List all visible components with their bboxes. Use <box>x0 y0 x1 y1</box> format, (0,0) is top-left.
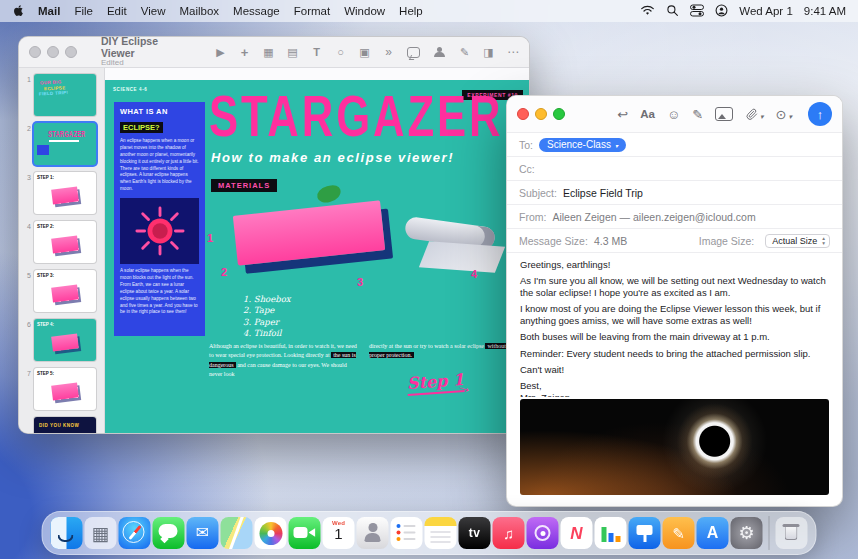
image-size-label: Image Size: <box>699 235 754 247</box>
text-button[interactable] <box>311 46 322 58</box>
podcasts-dock-icon[interactable] <box>527 517 559 549</box>
message-body[interactable]: Greetings, earthlings! As I'm sure you a… <box>507 253 842 397</box>
thumbnail-did-you-know[interactable]: DID YOU KNOW <box>34 417 96 433</box>
menu-format[interactable]: Format <box>294 5 330 17</box>
select-chevrons-icon <box>822 236 825 244</box>
send-button[interactable] <box>808 102 832 126</box>
app-store-dock-icon[interactable] <box>697 517 729 549</box>
eclipse-attachment-image[interactable] <box>520 399 829 495</box>
mail-dock-icon[interactable] <box>187 517 219 549</box>
insert-menu-icon[interactable] <box>776 107 792 122</box>
menu-mailbox[interactable]: Mailbox <box>179 5 219 17</box>
cc-field[interactable]: Cc: <box>507 157 842 181</box>
menu-window[interactable]: Window <box>344 5 385 17</box>
toolbar-overflow-icon[interactable] <box>383 45 394 59</box>
maps-dock-icon[interactable] <box>221 517 253 549</box>
tv-dock-icon[interactable] <box>459 517 491 549</box>
safari-dock-icon[interactable] <box>119 517 151 549</box>
photo-browser-icon[interactable] <box>715 107 733 121</box>
menubar-clock[interactable]: 9:41 AM <box>804 5 846 17</box>
format-button[interactable] <box>459 46 470 59</box>
thumbnail-cover[interactable]: OUR BIG ECLIPSE FIELD TRIP! <box>34 74 96 116</box>
image-size-select[interactable]: Actual Size <box>765 234 830 248</box>
emoji-icon[interactable] <box>667 107 680 122</box>
menu-edit[interactable]: Edit <box>107 5 127 17</box>
subject-field[interactable]: Subject: Eclipse Field Trip <box>507 181 842 205</box>
facetime-dock-icon[interactable] <box>289 517 321 549</box>
markup-icon[interactable] <box>692 107 703 122</box>
page-thumbnail-4[interactable]: 4 STEP 2: <box>21 221 100 263</box>
add-page-button[interactable] <box>239 45 250 60</box>
menu-message[interactable]: Message <box>233 5 280 17</box>
menubar-date[interactable]: Wed Apr 1 <box>739 5 793 17</box>
chevron-down-icon <box>615 139 618 150</box>
minimize-button[interactable] <box>47 46 59 58</box>
page-thumbnail-3[interactable]: 3 STEP 1: <box>21 172 100 214</box>
notes-dock-icon[interactable] <box>425 517 457 549</box>
wifi-icon[interactable] <box>640 4 655 18</box>
thumbnail-step-2[interactable]: STEP 2: <box>34 221 96 263</box>
undo-icon[interactable] <box>617 107 628 122</box>
messages-dock-icon[interactable] <box>153 517 185 549</box>
organize-button[interactable] <box>483 46 494 59</box>
zoom-button[interactable] <box>65 46 77 58</box>
calendar-dock-icon[interactable]: Wed 1 <box>323 517 355 549</box>
play-button[interactable] <box>215 46 226 59</box>
music-dock-icon[interactable] <box>493 517 525 549</box>
thumbnail-step-4[interactable]: STEP 4: <box>34 319 96 361</box>
shape-button[interactable] <box>335 46 346 58</box>
page-thumbnail-2[interactable]: 2 STARGAZER <box>21 123 100 165</box>
menu-help[interactable]: Help <box>399 5 423 17</box>
control-center-icon[interactable] <box>690 4 704 19</box>
close-button[interactable] <box>29 46 41 58</box>
thumbnail-step-5[interactable]: STEP 5: <box>34 368 96 410</box>
close-button[interactable] <box>517 108 529 120</box>
finder-dock-icon[interactable] <box>51 517 83 549</box>
attach-icon[interactable] <box>745 107 764 122</box>
menu-mail[interactable]: Mail <box>38 5 60 17</box>
launchpad-dock-icon[interactable] <box>85 517 117 549</box>
user-menu-icon[interactable] <box>715 4 728 19</box>
keynote-dock-icon[interactable] <box>629 517 661 549</box>
message-size-row: Message Size: 4.3 MB Image Size: Actual … <box>507 229 842 253</box>
menu-file[interactable]: File <box>74 5 93 17</box>
system-settings-dock-icon[interactable] <box>731 517 763 549</box>
thumbnail-stargazer-selected[interactable]: STARGAZER <box>34 123 96 165</box>
table-button[interactable] <box>263 46 274 59</box>
chart-button[interactable] <box>287 46 298 59</box>
news-dock-icon[interactable] <box>561 517 593 549</box>
menu-view[interactable]: View <box>141 5 166 17</box>
message-size-label: Message Size: <box>519 235 588 247</box>
trash-dock-icon[interactable] <box>776 517 808 549</box>
thumbnail-step-3[interactable]: STEP 3: <box>34 270 96 312</box>
page-thumbnail-5[interactable]: 5 STEP 3: <box>21 270 100 312</box>
minimize-button[interactable] <box>535 108 547 120</box>
body-paragraph: Reminder: Every student needs to bring t… <box>520 348 829 360</box>
recipient-token[interactable]: Science-Class <box>539 138 626 152</box>
thumbnail-step-1[interactable]: STEP 1: <box>34 172 96 214</box>
thumbnail-number: 6 <box>21 319 31 328</box>
comment-button[interactable] <box>407 47 420 58</box>
page-thumbnail-6[interactable]: 6 STEP 4: <box>21 319 100 361</box>
collaborate-button[interactable] <box>433 47 446 58</box>
photos-dock-icon[interactable] <box>255 517 287 549</box>
numbers-dock-icon[interactable] <box>595 517 627 549</box>
document-canvas[interactable]: SCIENCE 4-6 EXPERIMENT #19 STARGAZER How… <box>105 68 529 433</box>
media-button[interactable] <box>359 46 370 59</box>
document-title: DIY Eclipse Viewer Edited <box>101 36 189 68</box>
from-field[interactable]: From: Aileen Zeigen — aileen.zeigen@iclo… <box>507 205 842 229</box>
apple-menu-icon[interactable] <box>12 4 24 18</box>
contacts-dock-icon[interactable] <box>357 517 389 549</box>
page-thumbnail-7[interactable]: 7 STEP 5: <box>21 368 100 410</box>
to-field[interactable]: To: Science-Class <box>507 133 842 157</box>
more-button[interactable] <box>507 45 519 59</box>
body-paragraph: As I'm sure you all know, we will be set… <box>520 275 829 299</box>
search-icon[interactable] <box>666 4 679 19</box>
pages-dock-icon[interactable] <box>663 517 695 549</box>
signature-line: Best, <box>520 380 829 392</box>
page-thumbnail-1[interactable]: 1 OUR BIG ECLIPSE FIELD TRIP! <box>21 74 100 116</box>
format-text-icon[interactable] <box>640 108 655 120</box>
reminders-dock-icon[interactable] <box>391 517 423 549</box>
page-thumbnail-8[interactable]: DID YOU KNOW <box>21 417 100 433</box>
zoom-button[interactable] <box>553 108 565 120</box>
